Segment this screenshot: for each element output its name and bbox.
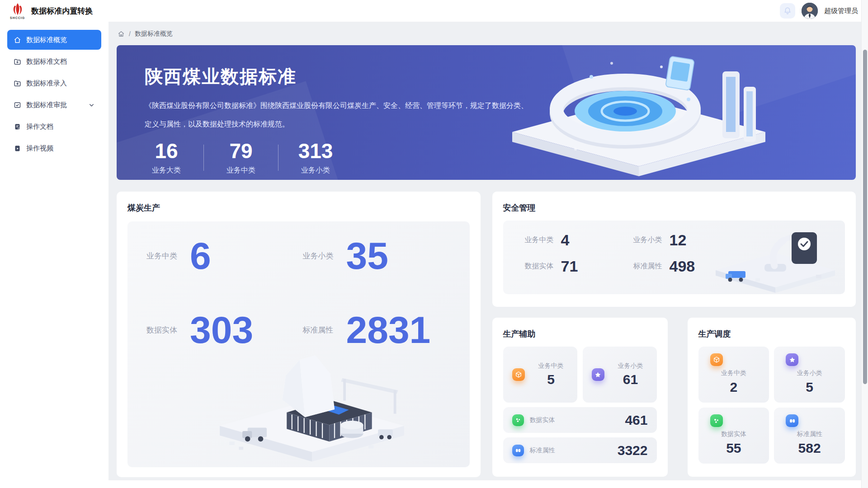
tile-value: 55 (698, 441, 769, 456)
tile-label: 数据实体 (698, 430, 769, 438)
home-icon (14, 36, 21, 44)
hero-title: 陕西煤业数据标准 (145, 64, 614, 89)
folder-entry-icon (14, 80, 21, 87)
card-title: 生产辅助 (503, 328, 657, 339)
tile-label: 业务小类 (618, 362, 643, 370)
dispatch-tile-minor-categories: 业务小类 5 (774, 347, 845, 403)
tile-value: 5 (774, 380, 845, 395)
card-safety-management: 安全管理 业务中类 4 业务小类 12 数据实体 71 (492, 192, 856, 307)
dots-icon (512, 414, 524, 426)
user-name: 超级管理员 (824, 7, 858, 15)
document-icon (14, 123, 21, 131)
stat-label: 标准属性 (633, 262, 662, 271)
stat-value: 2831 (346, 311, 430, 349)
tile-label: 业务中类 (538, 362, 564, 370)
tile-value: 61 (623, 372, 638, 387)
safety-stat-minor-categories: 业务小类 12 (633, 232, 751, 248)
page-scrollbar[interactable] (861, 0, 868, 488)
breadcrumb-separator: / (129, 30, 131, 38)
sidebar-item-label: 操作视频 (26, 144, 53, 153)
sidebar-item-label: 数据标准审批 (26, 101, 67, 109)
coal-stat-minor-categories: 业务小类 35 (302, 237, 451, 275)
safety-panel: 业务中类 4 业务小类 12 数据实体 71 标准属性 (503, 221, 845, 294)
breadcrumb: / 数据标准概览 (117, 28, 856, 40)
sidebar-item-data-standard-approval[interactable]: 数据标准审批 (7, 95, 101, 115)
sidebar-item-operation-videos[interactable]: 操作视频 (7, 138, 101, 158)
tile-label: 业务中类 (698, 369, 769, 377)
hero-stat-minor-categories: 313 业务小类 (294, 140, 337, 176)
coal-stat-standard-attributes: 标准属性 2831 (302, 311, 451, 349)
aux-tile-standard-attributes: 标准属性 3322 (503, 437, 657, 463)
card-title: 生产调度 (698, 328, 845, 339)
main-content: / 数据标准概览 (108, 22, 861, 488)
hero-description-line1: 《陕西煤业股份有限公司数据标准》围绕陕西煤业股份有限公司煤炭生产、安全、经营、管… (145, 101, 614, 111)
stat-label: 数据实体 (525, 262, 554, 271)
stat-value: 79 (219, 140, 263, 163)
stat-label: 业务小类 (302, 251, 333, 261)
content-bottom-strip (108, 480, 861, 488)
hero-banner: 陕西煤业数据标准 《陕西煤业股份有限公司数据标准》围绕陕西煤业股份有限公司煤炭生… (117, 45, 856, 180)
stat-label: 业务小类 (294, 166, 337, 175)
aux-tile-data-entities: 数据实体 461 (503, 407, 657, 433)
tile-value: 2 (698, 380, 769, 395)
sidebar-item-label: 数据标准概览 (26, 36, 67, 44)
hero-stat-middle-categories: 79 业务中类 (219, 140, 263, 176)
card-production-auxiliary: 生产辅助 业务中类 5 (492, 318, 668, 477)
avatar[interactable] (802, 3, 818, 19)
hero-stats: 16 业务大类 79 业务中类 313 业务小类 (145, 140, 614, 176)
breadcrumb-home-icon[interactable] (118, 30, 125, 38)
sidebar-item-data-standard-docs[interactable]: 数据标准文档 (7, 52, 101, 71)
divider (278, 145, 278, 171)
sidebar-item-operation-docs[interactable]: 操作文档 (7, 117, 101, 136)
coal-stat-data-entities: 数据实体 303 (146, 311, 302, 349)
card-title: 安全管理 (503, 202, 845, 213)
stat-value: 16 (145, 140, 188, 163)
stat-label: 标准属性 (302, 325, 333, 335)
aux-tile-middle-categories: 业务中类 5 (503, 347, 577, 403)
dispatch-tile-data-entities: 数据实体 55 (698, 408, 769, 464)
coal-panel: 业务中类 6 业务小类 35 数据实体 303 标准属性 2831 (127, 221, 470, 467)
stat-value: 498 (670, 258, 695, 274)
stat-label: 业务小类 (633, 235, 662, 245)
tile-value: 3322 (618, 443, 648, 458)
tile-value: 461 (625, 413, 647, 428)
scrollbar-thumb[interactable] (863, 50, 867, 384)
sidebar-item-data-standard-overview[interactable]: 数据标准概览 (7, 30, 101, 50)
safety-stat-middle-categories: 业务中类 4 (525, 232, 633, 248)
sidebar: 数据标准概览 数据标准文档 数据标准录入 数据标准审批 操作文档 操作视频 (0, 22, 108, 488)
hero-stat-major-categories: 16 业务大类 (145, 140, 188, 176)
aux-tile-minor-categories: 业务小类 61 (583, 347, 657, 403)
sidebar-item-label: 数据标准录入 (26, 79, 67, 88)
card-title: 煤炭生产 (127, 202, 470, 213)
tile-value: 5 (547, 372, 555, 387)
stat-value: 12 (670, 232, 687, 248)
database-icon (786, 414, 798, 427)
mining-site-illustration (199, 348, 425, 467)
approval-icon (14, 101, 21, 109)
hero-description-line2: 定义与属性，以及数据处理技术的标准规范。 (145, 119, 614, 129)
safety-stat-standard-attributes: 标准属性 498 (633, 258, 751, 274)
app-title: 数据标准内置转换 (31, 6, 93, 16)
sidebar-item-label: 数据标准文档 (26, 57, 67, 66)
dispatch-tile-middle-categories: 业务中类 2 (698, 347, 769, 403)
folder-doc-icon (14, 58, 21, 66)
cube-icon (512, 368, 525, 381)
notification-button[interactable] (780, 3, 795, 19)
stat-label: 业务中类 (146, 251, 177, 261)
tile-value: 582 (774, 441, 845, 456)
database-icon (512, 445, 524, 456)
stat-label: 业务中类 (219, 166, 263, 175)
stat-value: 35 (346, 237, 388, 275)
dispatch-tile-standard-attributes: 标准属性 582 (774, 408, 845, 464)
star-icon (786, 353, 798, 366)
company-logo: SHCCIG (10, 2, 25, 19)
dots-icon (710, 414, 723, 427)
logo-text: SHCCIG (10, 16, 25, 19)
card-coal-production: 煤炭生产 业务中类 6 业务小类 35 数据实体 303 (117, 192, 481, 477)
sidebar-item-data-standard-entry[interactable]: 数据标准录入 (7, 73, 101, 93)
tile-label: 数据实体 (530, 416, 555, 424)
sidebar-item-label: 操作文档 (26, 122, 53, 131)
stat-label: 数据实体 (146, 325, 177, 335)
card-production-dispatch: 生产调度 业务中类 2 业务 (688, 318, 856, 477)
breadcrumb-current[interactable]: 数据标准概览 (135, 30, 173, 38)
